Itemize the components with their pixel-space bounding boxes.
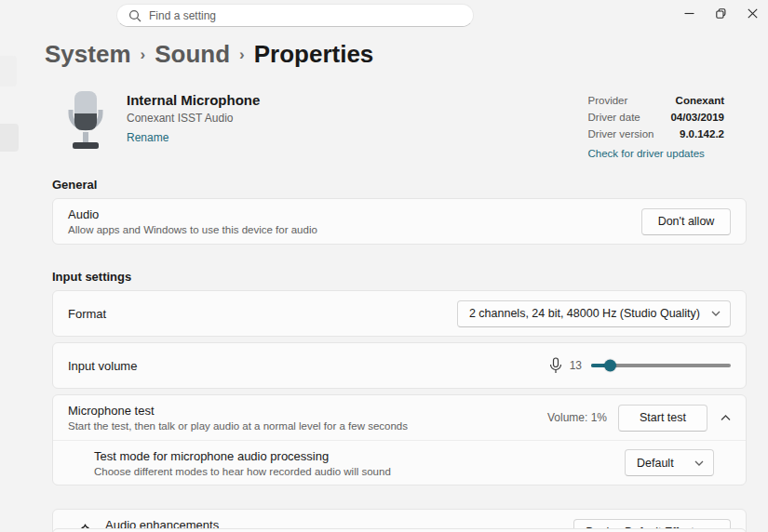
input-settings-heading: Input settings — [52, 270, 747, 284]
general-heading: General — [52, 178, 747, 192]
chevron-down-icon — [694, 460, 704, 466]
microphone-test-card: Microphone test Start the test, then tal… — [52, 394, 747, 485]
breadcrumb-separator-icon: › — [239, 37, 245, 70]
window-controls — [673, 0, 768, 26]
driver-version-value: 9.0.142.2 — [670, 127, 724, 141]
microphone-test-title: Microphone test — [68, 404, 408, 418]
test-mode-dropdown[interactable]: Default — [625, 449, 714, 476]
minimize-button[interactable] — [673, 0, 705, 26]
microphone-test-description: Start the test, then talk or play audio … — [68, 420, 408, 432]
device-name: Internal Microphone — [127, 92, 260, 108]
audio-description: Allow apps and Windows to use this devic… — [68, 224, 317, 235]
restore-icon — [716, 8, 726, 19]
driver-info: Provider Conexant Driver date 04/03/2019… — [588, 94, 725, 161]
input-volume-slider[interactable] — [591, 358, 731, 373]
driver-version-label: Driver version — [588, 127, 654, 141]
next-card-peek — [52, 528, 747, 532]
breadcrumb-system[interactable]: System — [45, 39, 131, 69]
breadcrumb-separator-icon: › — [141, 37, 146, 70]
sidebar-clipped-item-selected — [0, 124, 19, 152]
input-volume-card: Input volume 13 — [52, 342, 747, 389]
device-header: Internal Microphone Conexant ISST Audio … — [52, 90, 747, 161]
breadcrumb: System › Sound › Properties — [45, 37, 747, 70]
restore-button[interactable] — [705, 0, 736, 26]
close-button[interactable] — [736, 0, 768, 26]
start-test-button[interactable]: Start test — [618, 405, 707, 432]
sidebar-clipped-item — [0, 56, 17, 86]
minimize-icon — [684, 8, 694, 19]
search-box[interactable] — [116, 4, 474, 27]
search-icon — [128, 9, 141, 22]
dont-allow-button[interactable]: Don't allow — [641, 208, 731, 235]
driver-date-label: Driver date — [588, 111, 654, 125]
input-volume-value: 13 — [570, 359, 582, 372]
breadcrumb-properties: Properties — [254, 39, 374, 69]
breadcrumb-sound[interactable]: Sound — [155, 39, 230, 69]
test-volume-readout: Volume: 1% — [547, 411, 607, 424]
rename-link[interactable]: Rename — [127, 131, 168, 144]
format-card: Format 2 channels, 24 bit, 48000 Hz (Stu… — [52, 290, 747, 337]
chevron-up-icon — [721, 415, 731, 421]
driver-provider-value: Conexant — [670, 94, 724, 108]
test-mode-title: Test mode for microphone audio processin… — [94, 449, 391, 463]
driver-date-value: 04/03/2019 — [670, 111, 724, 125]
device-subtitle: Conexant ISST Audio — [127, 112, 260, 125]
check-driver-updates-link[interactable]: Check for driver updates — [588, 147, 725, 161]
chevron-down-icon — [711, 311, 721, 316]
audio-title: Audio — [68, 207, 317, 221]
close-icon — [748, 8, 758, 19]
test-mode-value: Default — [637, 457, 674, 470]
input-volume-label: Input volume — [68, 359, 137, 373]
input-volume-thumb[interactable] — [604, 360, 616, 372]
search-input[interactable] — [149, 9, 462, 22]
test-mode-description: Choose different modes to hear how recor… — [94, 466, 391, 477]
microphone-icon — [549, 357, 562, 375]
microphone-device-icon — [67, 90, 104, 152]
collapse-expander[interactable] — [721, 415, 731, 421]
format-label: Format — [68, 307, 106, 321]
driver-provider-label: Provider — [588, 94, 654, 108]
audio-permission-card: Audio Allow apps and Windows to use this… — [52, 198, 747, 245]
format-value: 2 channels, 24 bit, 48000 Hz (Studio Qua… — [469, 307, 700, 320]
format-dropdown[interactable]: 2 channels, 24 bit, 48000 Hz (Studio Qua… — [457, 300, 731, 327]
